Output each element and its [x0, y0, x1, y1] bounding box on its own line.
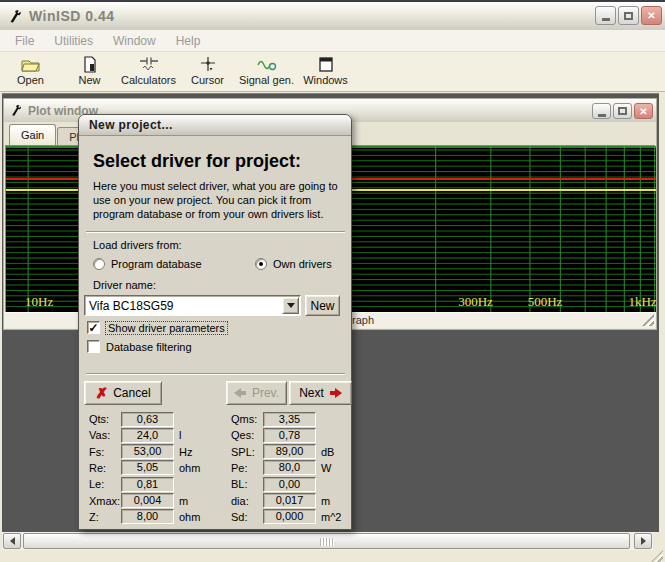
new-driver-button[interactable]: New — [305, 295, 340, 316]
parameter-value-field: 0,000 — [263, 509, 316, 524]
dialog-titlebar[interactable]: New project... — [79, 115, 351, 136]
x-axis-tick-label: 1kHz — [628, 294, 656, 309]
open-folder-icon — [20, 56, 42, 73]
new-button[interactable]: New — [60, 52, 119, 90]
maximize-icon — [624, 12, 633, 20]
radio-label: Own drivers — [273, 258, 332, 270]
next-label: Next — [299, 386, 324, 400]
main-titlebar: WinISD 0.44 ✕ — [0, 2, 665, 30]
checkbox-database-filtering[interactable]: Database filtering — [87, 340, 192, 353]
toolbar-label: Signal gen. — [239, 74, 294, 86]
parameter-row: Qes:0,78 — [79, 427, 353, 443]
toolbar: Open New Calculators — [0, 52, 665, 92]
driver-name-label: Driver name: — [93, 279, 156, 291]
parameter-row: Qms:3,35 — [79, 411, 353, 427]
parameter-unit: dB — [321, 446, 334, 458]
parameter-unit: m^2 — [321, 511, 341, 523]
radio-program-database[interactable]: Program database — [93, 258, 202, 270]
parameter-value-field: 80,0 — [263, 460, 316, 475]
checkbox-show-driver-parameters[interactable]: ✓ Show driver parameters — [87, 321, 227, 334]
parameter-value-field: 3,35 — [263, 412, 316, 427]
close-icon: ✕ — [639, 106, 647, 117]
window-resize-grip-icon[interactable] — [650, 550, 663, 562]
plot-close-button[interactable]: ✕ — [634, 103, 653, 119]
menu-help[interactable]: Help — [166, 34, 211, 48]
radio-icon — [255, 258, 267, 270]
arrow-left-icon — [234, 388, 246, 398]
minimize-button[interactable] — [595, 6, 616, 25]
cancel-button[interactable]: ✗ Cancel — [84, 381, 162, 405]
plot-minimize-button[interactable] — [592, 103, 611, 119]
open-button[interactable]: Open — [1, 52, 60, 90]
radio-icon — [93, 258, 105, 270]
winisd-icon — [10, 104, 23, 117]
minimize-icon — [598, 114, 606, 117]
winisd-icon — [8, 9, 23, 24]
horizontal-scrollbar[interactable] — [2, 532, 653, 550]
arrow-right-icon — [641, 537, 646, 545]
parameter-row: BL:0,00 — [79, 476, 353, 492]
sine-wave-icon — [256, 56, 278, 73]
winisd-application: WinISD 0.44 ✕ File Utilities Window Help… — [0, 0, 665, 562]
tab-gain[interactable]: Gain — [9, 124, 56, 145]
parameter-label: dia: — [231, 495, 249, 507]
windows-button[interactable]: Windows — [296, 52, 355, 90]
arrow-left-icon — [10, 537, 15, 545]
resize-grip-icon[interactable] — [642, 314, 654, 326]
toolbar-label: Windows — [303, 74, 348, 86]
signal-gen-button[interactable]: Signal gen. — [237, 52, 296, 90]
separator — [86, 231, 345, 233]
toolbar-label: Cursor — [191, 74, 224, 86]
menu-bar: File Utilities Window Help — [0, 30, 665, 52]
new-project-dialog: New project... Select driver for project… — [78, 114, 352, 530]
driver-parameters-panel: Qts:0,63Vas:24,0lFs:53,00HzRe:5,05ohmLe:… — [79, 411, 353, 529]
parameter-label: Qms: — [231, 413, 257, 425]
dialog-title: New project... — [89, 118, 173, 132]
radio-own-drivers[interactable]: Own drivers — [255, 258, 332, 270]
toolbar-label: Open — [17, 74, 44, 86]
parameter-value-field: 0,78 — [263, 428, 316, 443]
combobox-dropdown-button[interactable] — [282, 297, 299, 314]
checkbox-icon: ✓ — [87, 321, 100, 334]
prev-button[interactable]: Prev. — [226, 381, 287, 405]
scroll-right-button[interactable] — [634, 533, 652, 549]
checkbox-label: Show driver parameters — [106, 322, 227, 334]
window-title: WinISD 0.44 — [29, 8, 115, 24]
menu-utilities[interactable]: Utilities — [44, 34, 103, 48]
parameter-label: SPL: — [231, 446, 255, 458]
close-button[interactable]: ✕ — [641, 6, 662, 25]
calculator-circuit-icon — [138, 56, 160, 73]
checkbox-label: Database filtering — [106, 341, 192, 353]
arrow-right-icon — [330, 388, 342, 398]
close-icon: ✕ — [647, 10, 655, 21]
parameter-row: SPL:89,00dB — [79, 444, 353, 460]
parameter-row: dia:0,017m — [79, 493, 353, 509]
parameter-value-field: 89,00 — [263, 444, 316, 459]
x-axis-tick-label: 300Hz — [458, 294, 493, 309]
driver-name-combobox[interactable]: Vifa BC18SG59 — [84, 295, 301, 316]
parameter-label: BL: — [231, 478, 248, 490]
new-document-icon — [83, 56, 97, 73]
scrollbar-thumb[interactable] — [23, 533, 630, 549]
checkbox-icon — [87, 340, 100, 353]
menu-file[interactable]: File — [5, 34, 44, 48]
plot-maximize-button[interactable] — [613, 103, 632, 119]
calculators-button[interactable]: Calculators — [119, 52, 178, 90]
menu-window[interactable]: Window — [103, 34, 166, 48]
x-axis-tick-label: 10Hz — [25, 294, 53, 309]
maximize-button[interactable] — [618, 6, 639, 25]
prev-label: Prev. — [252, 386, 279, 400]
minimize-icon — [602, 18, 610, 21]
toolbar-label: Calculators — [121, 74, 176, 86]
next-button[interactable]: Next — [289, 381, 352, 405]
separator — [86, 373, 345, 375]
combobox-value: Vifa BC18SG59 — [85, 299, 282, 313]
scroll-left-button[interactable] — [3, 533, 21, 549]
parameter-unit: m — [321, 495, 330, 507]
plot-status-text: raph — [352, 314, 374, 326]
parameter-row: Sd:0,000m^2 — [79, 509, 353, 525]
checkmark-icon: ✓ — [88, 323, 98, 333]
cursor-button[interactable]: Cursor — [178, 52, 237, 90]
radio-label: Program database — [111, 258, 202, 270]
load-drivers-label: Load drivers from: — [93, 239, 182, 251]
